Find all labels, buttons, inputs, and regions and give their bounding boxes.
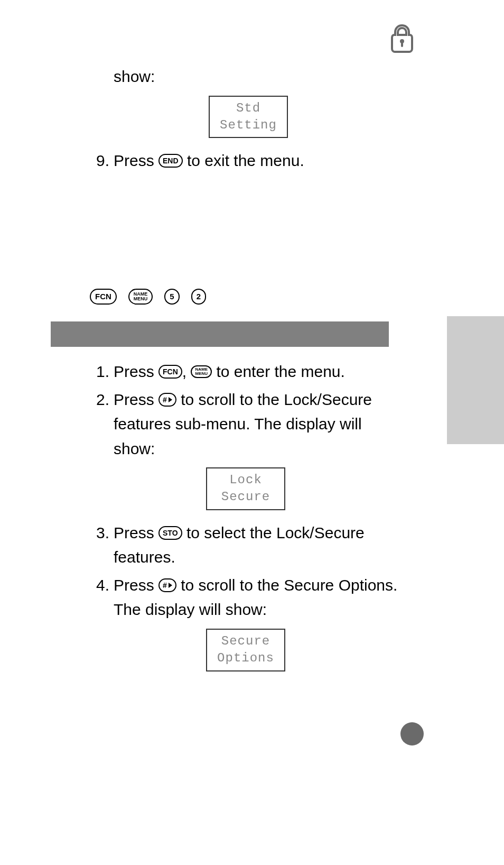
fcn-key-icon: FCN [90, 289, 117, 305]
step-text: Press [114, 152, 158, 169]
hash-right-key-icon: # [158, 393, 176, 407]
lock-icon [390, 24, 414, 53]
lcd-display-secure-options: Secure Options [206, 629, 285, 671]
name-menu-key-icon: NAME MENU [128, 289, 153, 305]
lcd-display-std-setting: Std Setting [209, 96, 288, 139]
step-text: , [182, 363, 191, 380]
step-number: 2. [90, 388, 114, 412]
step-number: 9. [90, 149, 114, 173]
lcd-line: Std [214, 100, 283, 117]
lcd-line: Options [211, 650, 280, 667]
step-3: 3. Press STO to select the Lock/Secure f… [90, 521, 402, 570]
end-key-icon: END [158, 154, 183, 168]
sto-key-icon: STO [158, 526, 182, 540]
step-text: Press [114, 391, 158, 408]
page-indicator-dot [400, 722, 424, 746]
step-2: 2. Press # to scroll to the Lock/Secure … [90, 388, 402, 462]
hash-right-key-icon: # [158, 578, 176, 592]
intro-text: show: [90, 65, 407, 89]
side-tab [447, 316, 504, 444]
two-key-icon: 2 [191, 289, 206, 305]
step-number: 3. [90, 521, 114, 546]
shortcut-key-row: FCN NAME MENU 5 2 [90, 290, 407, 306]
lcd-line: Secure [211, 633, 280, 650]
fcn-key-icon: FCN [158, 365, 182, 379]
intro-word: show: [114, 65, 407, 89]
step-4: 4. Press # to scroll to the Secure Optio… [90, 573, 402, 622]
step-number: 4. [90, 573, 114, 598]
step-text: Press [114, 363, 158, 380]
lcd-display-lock-secure: Lock Secure [206, 467, 285, 510]
step-text: to exit the menu. [183, 152, 304, 169]
step-text: Press [114, 524, 158, 541]
step-text: Press [114, 576, 158, 594]
five-key-icon: 5 [164, 289, 179, 305]
name-menu-key-icon: NAMEMENU [191, 365, 212, 378]
lcd-line: Setting [214, 117, 283, 134]
step-number: 1. [90, 360, 114, 384]
lcd-line: Secure [211, 489, 280, 505]
svg-rect-1 [401, 42, 403, 47]
step-1: 1. Press FCN, NAMEMENU to enter the menu… [90, 360, 402, 384]
step-text: to enter the menu. [212, 363, 345, 380]
lcd-line: Lock [211, 472, 280, 489]
step-9: 9. Press END to exit the menu. [90, 149, 407, 173]
